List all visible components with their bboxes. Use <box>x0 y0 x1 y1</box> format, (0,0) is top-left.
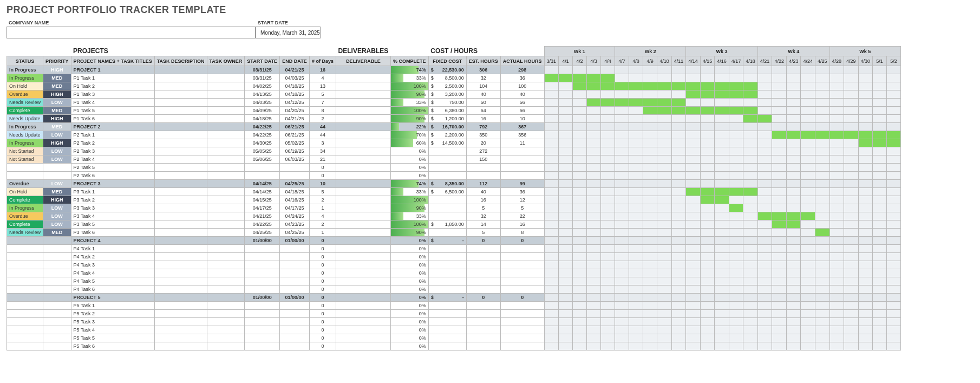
priority-cell[interactable]: LOW <box>43 147 71 155</box>
start-cell[interactable]: 04/15/25 <box>245 196 280 204</box>
pct-cell[interactable]: 70% <box>390 131 428 139</box>
owner-cell[interactable] <box>207 99 245 107</box>
pct-cell[interactable]: 100% <box>390 196 428 204</box>
status-cell[interactable]: Complete <box>7 220 43 229</box>
deliverable-cell[interactable] <box>336 261 391 269</box>
start-cell[interactable]: 04/18/25 <box>245 115 280 123</box>
end-cell[interactable]: 04/18/25 <box>280 90 310 99</box>
priority-cell[interactable]: LOW <box>43 204 71 212</box>
end-cell[interactable]: 06/21/25 <box>280 123 310 131</box>
end-cell[interactable]: 04/16/25 <box>280 196 310 204</box>
owner-cell[interactable] <box>207 82 245 90</box>
cost-cell[interactable] <box>428 269 466 277</box>
pct-cell[interactable]: 0% <box>390 285 428 294</box>
cost-cell[interactable] <box>428 310 466 318</box>
end-cell[interactable]: 05/02/25 <box>280 139 310 147</box>
end-cell[interactable]: 04/25/25 <box>280 180 310 188</box>
cost-cell[interactable] <box>428 229 466 237</box>
priority-cell[interactable] <box>43 277 71 285</box>
desc-cell[interactable] <box>154 261 207 269</box>
start-cell[interactable]: 04/21/25 <box>245 212 280 220</box>
pct-cell[interactable]: 90% <box>390 229 428 237</box>
task-row[interactable]: In ProgressMEDP1 Task 103/31/2504/03/254… <box>7 74 901 82</box>
est-cell[interactable] <box>466 326 500 334</box>
company-input[interactable] <box>6 27 256 38</box>
act-cell[interactable] <box>500 155 544 164</box>
priority-cell[interactable] <box>43 310 71 318</box>
act-cell[interactable] <box>500 285 544 294</box>
pct-cell[interactable]: 33% <box>390 212 428 220</box>
owner-cell[interactable] <box>207 131 245 139</box>
pct-cell[interactable]: 90% <box>390 115 428 123</box>
desc-cell[interactable] <box>154 164 207 172</box>
end-cell[interactable] <box>280 261 310 269</box>
priority-cell[interactable] <box>43 269 71 277</box>
est-cell[interactable]: 16 <box>466 196 500 204</box>
name-cell[interactable]: P2 Task 3 <box>71 147 154 155</box>
start-cell[interactable]: 01/00/00 <box>245 294 280 302</box>
desc-cell[interactable] <box>154 90 207 99</box>
start-cell[interactable]: 05/06/25 <box>245 155 280 164</box>
act-cell[interactable] <box>500 269 544 277</box>
pct-cell[interactable]: 0% <box>390 237 428 245</box>
cost-cell[interactable]: $750.00 <box>428 99 466 107</box>
priority-cell[interactable]: HIGH <box>43 196 71 204</box>
pct-cell[interactable]: 33% <box>390 74 428 82</box>
act-cell[interactable] <box>500 310 544 318</box>
cost-cell[interactable] <box>428 277 466 285</box>
deliverable-cell[interactable] <box>336 107 391 115</box>
start-cell[interactable] <box>245 285 280 294</box>
end-cell[interactable]: 04/17/25 <box>280 204 310 212</box>
est-cell[interactable] <box>466 310 500 318</box>
end-cell[interactable]: 04/03/25 <box>280 74 310 82</box>
start-cell[interactable]: 04/17/25 <box>245 204 280 212</box>
days-cell[interactable]: 0 <box>310 318 336 326</box>
task-row[interactable]: Needs ReviewMEDP3 Task 604/25/2504/25/25… <box>7 229 901 237</box>
days-cell[interactable]: 0 <box>310 285 336 294</box>
desc-cell[interactable] <box>154 229 207 237</box>
pct-cell[interactable]: 90% <box>390 204 428 212</box>
name-cell[interactable]: P5 Task 1 <box>71 302 154 310</box>
est-cell[interactable] <box>466 342 500 350</box>
end-cell[interactable] <box>280 318 310 326</box>
desc-cell[interactable] <box>154 147 207 155</box>
deliverable-cell[interactable] <box>336 90 391 99</box>
deliverable-cell[interactable] <box>336 277 391 285</box>
est-cell[interactable]: 16 <box>466 115 500 123</box>
days-cell[interactable]: 5 <box>310 90 336 99</box>
priority-cell[interactable] <box>43 285 71 294</box>
name-cell[interactable]: P4 Task 1 <box>71 245 154 253</box>
end-cell[interactable] <box>280 172 310 180</box>
act-cell[interactable] <box>500 277 544 285</box>
pct-cell[interactable]: 0% <box>390 334 428 342</box>
project-row[interactable]: In ProgressHIGHPROJECT 103/31/2504/21/25… <box>7 66 901 74</box>
name-cell[interactable]: PROJECT 4 <box>71 237 154 245</box>
priority-cell[interactable] <box>43 164 71 172</box>
deliverable-cell[interactable] <box>336 131 391 139</box>
days-cell[interactable]: 0 <box>310 302 336 310</box>
priority-cell[interactable] <box>43 261 71 269</box>
act-cell[interactable] <box>500 326 544 334</box>
task-row[interactable]: P2 Task 500% <box>7 164 901 172</box>
status-cell[interactable] <box>7 269 43 277</box>
status-cell[interactable]: Not Started <box>7 147 43 155</box>
est-cell[interactable]: 5 <box>466 204 500 212</box>
status-cell[interactable] <box>7 285 43 294</box>
act-cell[interactable]: 298 <box>500 66 544 74</box>
priority-cell[interactable]: HIGH <box>43 90 71 99</box>
act-cell[interactable] <box>500 172 544 180</box>
name-cell[interactable]: P1 Task 4 <box>71 99 154 107</box>
est-cell[interactable] <box>466 253 500 261</box>
task-row[interactable]: Needs ReviewLOWP1 Task 404/03/2504/12/25… <box>7 99 901 107</box>
name-cell[interactable]: P4 Task 4 <box>71 269 154 277</box>
status-cell[interactable]: Complete <box>7 107 43 115</box>
priority-cell[interactable]: HIGH <box>43 139 71 147</box>
project-row[interactable]: PROJECT 401/00/0001/00/0000%$-00 <box>7 237 901 245</box>
name-cell[interactable]: P5 Task 6 <box>71 342 154 350</box>
days-cell[interactable]: 16 <box>310 66 336 74</box>
status-cell[interactable] <box>7 334 43 342</box>
est-cell[interactable]: 350 <box>466 131 500 139</box>
status-cell[interactable] <box>7 261 43 269</box>
act-cell[interactable]: 36 <box>500 74 544 82</box>
deliverable-cell[interactable] <box>336 164 391 172</box>
